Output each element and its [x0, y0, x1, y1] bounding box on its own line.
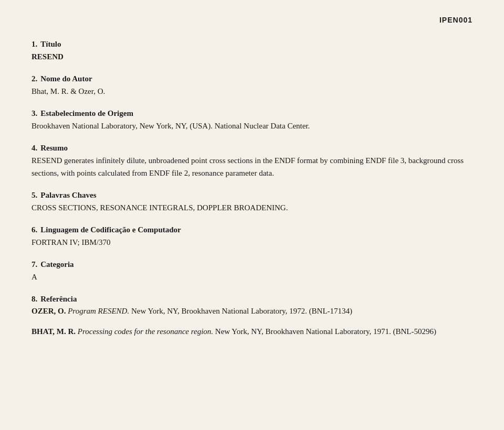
ref-2-line: BHAT, M. R. Processing codes for the res…	[32, 326, 472, 338]
section-1-label: Título	[40, 40, 61, 49]
ref-1-rest-text: New York, NY, Brookhaven National Labora…	[131, 307, 352, 315]
section-4-number: 4.	[32, 144, 37, 153]
section-3-content: Brookhaven National Laboratory, New York…	[32, 120, 472, 132]
ref-2-title: Processing codes for the resonance regio…	[78, 327, 213, 336]
ref-1-author: OZER, O.	[32, 307, 66, 315]
section-referencia: 8. Referência OZER, O. Program RESEND. N…	[32, 295, 472, 338]
section-2-label: Nome do Autor	[40, 74, 92, 83]
section-linguagem: 6. Linguagem de Codificação e Computador…	[32, 225, 472, 249]
section-categoria: 7. Categoria A	[32, 260, 472, 283]
section-6-content: FORTRAN IV; IBM/370	[32, 236, 472, 249]
section-1-content: RESEND	[32, 50, 472, 63]
section-7-content: A	[32, 271, 472, 283]
section-4-label: Resumo	[40, 144, 68, 153]
section-7-number: 7.	[32, 260, 37, 269]
section-2-number: 2.	[32, 74, 37, 83]
ref-1-title: Program RESEND.	[68, 307, 129, 315]
section-8-number: 8.	[32, 295, 37, 304]
section-7-label: Categoria	[40, 260, 74, 269]
section-2-content: Bhat, M. R. & Ozer, O.	[32, 85, 472, 98]
section-6-label: Linguagem de Codificação e Computador	[40, 225, 181, 234]
section-origem: 3. Estabelecimento de Origem Brookhaven …	[32, 109, 472, 132]
section-autor: 2. Nome do Autor Bhat, M. R. & Ozer, O.	[32, 74, 472, 98]
section-resumo: 4. Resumo RESEND generates infinitely di…	[32, 144, 472, 179]
section-5-content: CROSS SECTIONS, RESONANCE INTEGRALS, DOP…	[32, 201, 472, 214]
ref-2-author: BHAT, M. R.	[32, 327, 76, 336]
reference-2: BHAT, M. R. Processing codes for the res…	[32, 326, 472, 338]
section-6-number: 6.	[32, 225, 37, 234]
section-titulo: 1. Título RESEND	[32, 40, 472, 63]
section-8-label: Referência	[40, 295, 77, 304]
reference-1: OZER, O. Program RESEND. New York, NY, B…	[32, 305, 472, 317]
section-3-label: Estabelecimento de Origem	[40, 109, 133, 118]
page-id: IPEN001	[32, 16, 472, 24]
page-container: IPEN001 1. Título RESEND 2. Nome do Auto…	[32, 16, 472, 338]
ref-2-rest-text: New York, NY, Brookhaven National Labora…	[215, 327, 436, 336]
section-3-number: 3.	[32, 109, 37, 118]
ref-1-line: OZER, O. Program RESEND. New York, NY, B…	[32, 305, 472, 317]
section-4-content: RESEND generates infinitely dilute, unbr…	[32, 154, 472, 179]
section-5-label: Palavras Chaves	[40, 191, 96, 200]
section-palavras: 5. Palavras Chaves CROSS SECTIONS, RESON…	[32, 191, 472, 214]
section-5-number: 5.	[32, 191, 37, 200]
section-1-number: 1.	[32, 40, 37, 49]
